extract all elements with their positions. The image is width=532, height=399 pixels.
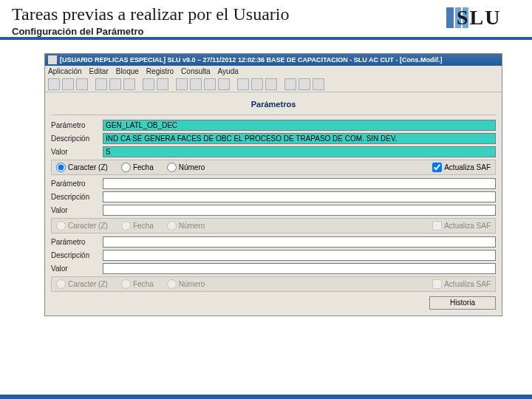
radio-row-3: Caracter (Z) Fecha Número Actualiza SAF	[51, 276, 496, 292]
tb-form-icon[interactable]	[313, 78, 324, 90]
form-content: Parámetros Parámetro GEN_LATL_OB_DEC Des…	[45, 92, 502, 316]
radio-caracter-1[interactable]: Caracter (Z)	[56, 163, 108, 172]
radio-fecha-3[interactable]: Fecha	[121, 279, 154, 289]
radio-numero-1[interactable]: Número	[167, 163, 205, 172]
label-parametro-2: Parámetro	[51, 180, 103, 188]
section-title: Parámetros	[51, 97, 496, 113]
radio-numero-3[interactable]: Número	[167, 279, 205, 289]
radio-row-1: Caracter (Z) Fecha Número Actualiza SAF	[51, 160, 496, 175]
menu-editar[interactable]: Editar	[89, 67, 109, 75]
tb-exit-icon[interactable]	[76, 78, 88, 90]
input-parametro-2[interactable]	[103, 178, 496, 189]
app-icon	[48, 55, 57, 64]
input-valor-3[interactable]	[103, 263, 496, 274]
tb-folder-icon[interactable]	[237, 78, 249, 90]
label-descripcion: Descripción	[51, 134, 103, 143]
logo-text: SLU	[457, 6, 501, 30]
tb-cut-icon[interactable]	[95, 78, 107, 90]
param-group-3: Parámetro Descripción Valor Caracter (Z)…	[51, 236, 496, 292]
tb-exec-icon[interactable]	[265, 78, 277, 90]
radio-caracter-3[interactable]: Caracter (Z)	[56, 279, 108, 289]
toolbar	[45, 77, 502, 92]
label-parametro: Parámetro	[51, 121, 103, 129]
input-valor-2[interactable]	[103, 205, 496, 216]
input-descripcion-2[interactable]	[103, 191, 496, 202]
param-group-2: Parámetro Descripción Valor Caracter (Z)…	[51, 178, 496, 233]
param-group-1: Parámetro GEN_LATL_OB_DEC Descripción IN…	[51, 120, 496, 175]
tb-downx-icon[interactable]	[218, 78, 230, 90]
label-valor: Valor	[51, 148, 103, 156]
menu-registro[interactable]: Registro	[146, 67, 174, 75]
app-window: [USUARIO REPLICAS ESPECIAL] SLU v9.0 – 2…	[44, 53, 502, 316]
menubar: Aplicación Editar Bloque Registro Consul…	[45, 66, 502, 77]
radio-fecha-1[interactable]: Fecha	[121, 163, 154, 172]
input-descripcion-1[interactable]: IND CA SE GENERA FACES DE OBC EL PROCESO…	[103, 133, 496, 144]
input-valor-1[interactable]: S	[103, 146, 496, 157]
radio-fecha-2[interactable]: Fecha	[121, 221, 154, 231]
input-parametro-1[interactable]: GEN_LATL_OB_DEC	[103, 120, 496, 131]
radio-numero-2[interactable]: Número	[167, 221, 205, 231]
label-valor-3: Valor	[51, 265, 103, 273]
slide-subtitle: Configuración del Parámetro	[12, 26, 446, 37]
radio-caracter-2[interactable]: Caracter (Z)	[56, 221, 108, 231]
input-parametro-3[interactable]	[103, 236, 496, 248]
label-descripcion-3: Descripción	[51, 251, 103, 259]
divider	[51, 115, 496, 115]
tb-help-icon[interactable]	[284, 78, 296, 90]
menu-aplicacion[interactable]: Aplicación	[48, 67, 82, 75]
tb-list-icon[interactable]	[299, 78, 310, 90]
app-titlebar: [USUARIO REPLICAS ESPECIAL] SLU v9.0 – 2…	[45, 54, 502, 66]
slide-header: Tareas previas a realizar por el Usuario…	[0, 0, 532, 40]
menu-ayuda[interactable]: Ayuda	[218, 67, 239, 75]
footer-bar	[0, 395, 532, 399]
slide-title: Tareas previas a realizar por el Usuario	[12, 4, 446, 24]
checkbox-actualiza-saf-2[interactable]: Actualiza SAF	[432, 221, 491, 231]
tb-down-icon[interactable]	[190, 78, 202, 90]
radio-row-2: Caracter (Z) Fecha Número Actualiza SAF	[51, 218, 496, 233]
menu-bloque[interactable]: Bloque	[116, 67, 139, 75]
label-valor-2: Valor	[51, 206, 103, 214]
tb-upx-icon[interactable]	[204, 78, 216, 90]
input-descripcion-3[interactable]	[103, 250, 496, 261]
label-parametro-3: Parámetro	[51, 238, 103, 246]
tb-first-icon[interactable]	[143, 78, 154, 90]
historia-button[interactable]: Historia	[429, 296, 496, 310]
tb-save-icon[interactable]	[48, 78, 60, 90]
tb-print-icon[interactable]	[62, 78, 74, 90]
menu-consulta[interactable]: Consulta	[181, 67, 210, 75]
checkbox-actualiza-saf-1[interactable]: Actualiza SAF	[432, 163, 491, 172]
checkbox-actualiza-saf-3[interactable]: Actualiza SAF	[432, 279, 491, 289]
label-descripcion-2: Descripción	[51, 193, 103, 201]
tb-prev-icon[interactable]	[157, 78, 168, 90]
tb-copy-icon[interactable]	[109, 78, 121, 90]
tb-query-icon[interactable]	[251, 78, 263, 90]
tb-up-icon[interactable]	[176, 78, 188, 90]
app-title: [USUARIO REPLICAS ESPECIAL] SLU v9.0 – 2…	[60, 56, 442, 64]
tb-paste-icon[interactable]	[123, 78, 135, 90]
history-row: Historia	[51, 296, 496, 310]
logo: SLU	[446, 4, 520, 37]
